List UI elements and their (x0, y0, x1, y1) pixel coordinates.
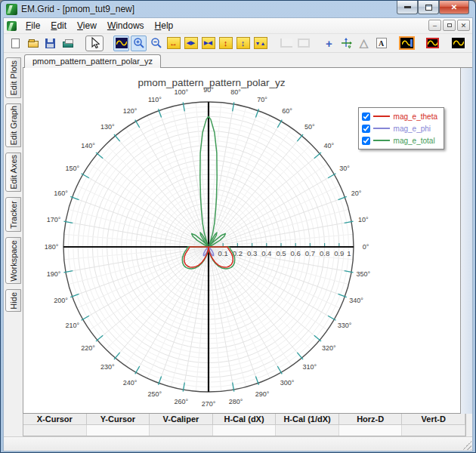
legend-label: mag_e_theta (394, 112, 437, 121)
readout-value (402, 425, 465, 436)
curve-style-icon[interactable] (425, 35, 440, 51)
sidebar-tab-hide[interactable]: Hide (5, 289, 21, 312)
legend-checkbox-mag_e_phi[interactable] (362, 125, 370, 133)
mdi-close-button[interactable]: ✕ (457, 20, 470, 31)
print-icon[interactable] (60, 35, 76, 51)
fit-y-icon[interactable]: ▼▲ (252, 35, 268, 51)
svg-text:0.6: 0.6 (291, 249, 301, 257)
restore-button[interactable] (418, 1, 439, 14)
zoom-in-icon[interactable] (131, 35, 147, 51)
expand-x-icon[interactable]: ↔ (165, 35, 181, 51)
tab-pmom-pattern-polar-yz[interactable]: pmom_pattern_pattern_polar_yz (24, 54, 161, 68)
readout-header-y-cursor: Y-Cursor (87, 414, 150, 424)
svg-text:260°: 260° (175, 398, 189, 405)
svg-text:100°: 100° (175, 88, 189, 96)
legend-label: mag_e_phi (394, 125, 431, 133)
text-tool-icon[interactable]: A (373, 35, 389, 51)
svg-text:80°: 80° (230, 88, 241, 96)
pointer-tool-icon[interactable] (85, 35, 104, 51)
legend-line-sample (373, 116, 390, 117)
menu-file[interactable]: File (20, 19, 45, 32)
menu-help[interactable]: Help (150, 19, 179, 32)
legend-checkbox-mag_e_total[interactable] (362, 137, 370, 145)
app-window: EM.Grid - [pmom_tut9_new] ✕ FileEditView… (0, 0, 476, 453)
sidebar-tab-label: Workspace (9, 240, 18, 282)
svg-text:300°: 300° (280, 379, 295, 387)
svg-text:0.9: 0.9 (334, 249, 344, 257)
svg-text:130°: 130° (100, 123, 115, 131)
expand-y-icon[interactable]: ↕ (218, 35, 233, 51)
readout-header-vert-d: Vert-D (402, 414, 465, 424)
crosshair-icon[interactable]: + (321, 35, 337, 51)
title-bar[interactable]: EM.Grid - [pmom_tut9_new] ✕ (3, 1, 473, 17)
close-button[interactable]: ✕ (439, 1, 469, 14)
compress-y-icon[interactable]: ↕ (235, 35, 251, 51)
triangle-marker-icon[interactable]: △ (356, 35, 372, 51)
svg-text:20°: 20° (351, 190, 362, 197)
svg-text:10°: 10° (358, 216, 369, 223)
svg-text:0.7: 0.7 (305, 249, 315, 257)
svg-text:160°: 160° (54, 190, 68, 197)
readout-value (276, 425, 339, 436)
curve-marker-icon[interactable] (399, 35, 415, 51)
resize-grip[interactable] (462, 441, 471, 450)
save-icon[interactable] (42, 35, 58, 51)
svg-text:140°: 140° (81, 142, 95, 149)
legend-line-sample (373, 128, 390, 129)
svg-text:120°: 120° (123, 107, 138, 115)
frame-box-icon[interactable] (295, 35, 311, 51)
svg-text:290°: 290° (255, 390, 270, 398)
main-area: Edit PlotsEdit GraphEdit AxesTrackerWork… (4, 53, 472, 436)
mdi-minimize-button[interactable]: – (428, 20, 441, 31)
readout-value (87, 425, 150, 436)
sidebar-tab-edit-axes[interactable]: Edit Axes (5, 153, 21, 192)
sidebar-tab-tracker[interactable]: Tracker (5, 197, 21, 232)
sidebar-tab-edit-graph[interactable]: Edit Graph (5, 103, 21, 147)
svg-text:0°: 0° (363, 243, 369, 251)
menu-windows[interactable]: Windows (102, 19, 150, 32)
axes-tool-icon[interactable] (338, 35, 354, 51)
sidebar-tab-label: Edit Graph (9, 106, 18, 146)
sidebar-tab-label: Edit Axes (9, 155, 18, 190)
new-file-icon[interactable] (8, 35, 23, 51)
readout-header-v-caliper: V-Caliper (150, 414, 213, 424)
fit-x-icon[interactable]: ▶◀ (200, 35, 216, 51)
svg-text:170°: 170° (47, 216, 61, 223)
sidebar-tab-workspace[interactable]: Workspace (5, 237, 21, 284)
sidebar-tab-edit-plots[interactable]: Edit Plots (5, 57, 21, 98)
legend-checkbox-mag_e_theta[interactable] (362, 112, 370, 121)
svg-text:280°: 280° (229, 398, 243, 405)
window-frame: FileEditViewWindowsHelp – ✕ ↔◀▶▶◀↕↕▼▲+△A… (3, 17, 473, 451)
readout-header-h-cal-1-dx-: H-Cal (1/dX) (276, 414, 339, 424)
sidebar-tab-label: Tracker (9, 201, 18, 229)
frame-corner-icon[interactable] (278, 35, 294, 51)
polar-chart-panel[interactable]: 0.10.20.30.40.50.60.70.80.910°10°20°30°4… (23, 68, 461, 414)
menu-bar: FileEditViewWindowsHelp – ✕ (4, 18, 472, 34)
zoom-out-icon[interactable] (148, 35, 164, 51)
readout-value (150, 425, 213, 436)
restore-icon (425, 5, 432, 11)
status-bar (4, 436, 472, 451)
curve-fill-icon[interactable] (450, 35, 466, 51)
svg-text:1: 1 (347, 249, 351, 257)
plot-view-icon[interactable] (113, 35, 129, 51)
readout-value (339, 425, 403, 436)
svg-text:270°: 270° (202, 400, 216, 408)
svg-text:320°: 320° (322, 344, 336, 352)
svg-text:340°: 340° (349, 297, 363, 304)
menu-edit[interactable]: Edit (45, 19, 72, 32)
legend: mag_e_thetamag_e_phimag_e_total (358, 107, 444, 149)
close-icon: ✕ (451, 3, 457, 11)
svg-text:350°: 350° (357, 270, 371, 278)
legend-row-mag_e_theta: mag_e_theta (362, 110, 437, 122)
minimize-button[interactable] (397, 1, 418, 14)
menu-view[interactable]: View (72, 19, 102, 32)
readout-header-h-cal-dx-: H-Cal (dX) (213, 414, 277, 424)
compress-x-icon[interactable]: ◀▶ (183, 35, 199, 51)
legend-line-sample (373, 140, 390, 141)
mdi-restore-button[interactable] (443, 20, 456, 31)
content-area: pmom_pattern_pattern_polar_yz 0.10.20.30… (23, 53, 472, 436)
open-file-icon[interactable] (25, 35, 41, 51)
toolbar: ↔◀▶▶◀↕↕▼▲+△A↕↔Layout (4, 34, 472, 53)
svg-text:0.4: 0.4 (261, 249, 271, 257)
